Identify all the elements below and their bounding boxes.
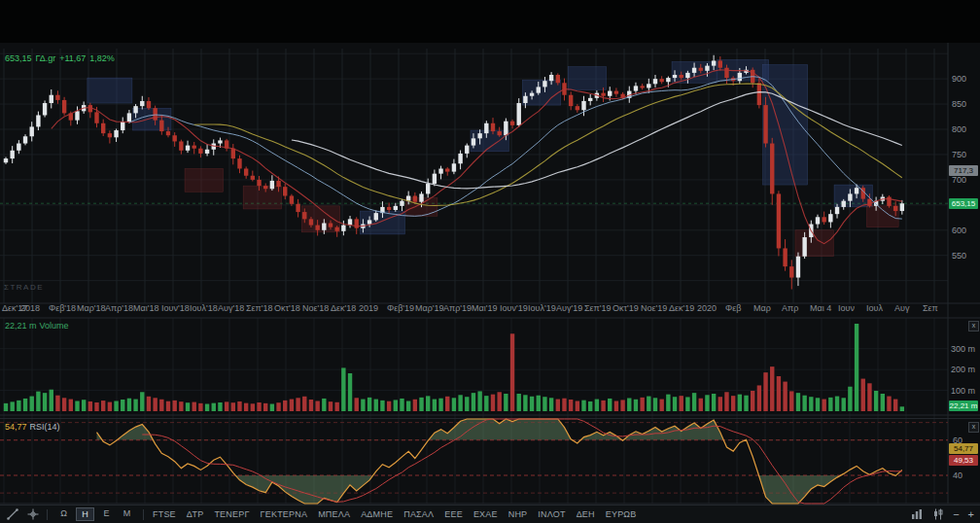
bar-chart-style-icon[interactable] [910,508,923,521]
ticker-button[interactable]: ΑΔΜΗΕ [360,509,394,519]
price-mark-badge: 717,3 [949,165,978,176]
svg-text:100 m: 100 m [951,386,975,396]
period-button-Η[interactable]: Η [76,507,94,521]
svg-text:900: 900 [952,74,966,84]
top-strip [0,0,980,43]
trading-platform-window: 900850800750700650600550300 m200 m100 m6… [0,0,980,523]
change-pct-text: 1,82% [89,53,115,63]
chart-canvas[interactable]: 900850800750700650600550300 m200 m100 m6… [0,0,980,523]
svg-text:Μαρ'18: Μαρ'18 [77,303,106,313]
ticker-button[interactable]: ΓΕΚΤΕΡΝΑ [260,509,309,519]
svg-text:Φεβ'19: Φεβ'19 [387,303,414,313]
svg-text:Σεπ'18: Σεπ'18 [246,303,273,313]
svg-text:Νοε'19: Νοε'19 [641,303,667,313]
period-button-Ω[interactable]: Ω [55,507,72,521]
volume-label-text: Volume [40,321,69,331]
svg-text:Ιουν'19: Ιουν'19 [500,303,528,313]
ticker-button[interactable]: ΕΧΑΕ [472,509,499,519]
ticker-button[interactable]: ΙΝΛΟΤ [537,509,566,519]
zoom-out-button[interactable]: − [953,509,959,520]
ticker-button[interactable]: ΜΠΕΛΑ [317,509,351,519]
svg-text:550: 550 [952,251,966,261]
svg-text:Μαι 4: Μαι 4 [810,303,831,313]
ticker-button[interactable]: ΕΥΡΩΒ [605,509,638,519]
rsi-legend: 54,77RSI(14) [5,422,60,432]
period-button-group: ΩΗΕΜ [55,507,135,521]
svg-text:Απρ'19: Απρ'19 [443,303,472,313]
svg-text:Μαι'18: Μαι'18 [133,303,158,313]
svg-text:Ιουλ'18: Ιουλ'18 [190,303,218,313]
svg-text:Απρ'18: Απρ'18 [105,303,133,313]
svg-text:800: 800 [952,124,966,134]
volume-panel-close-button[interactable]: x [968,321,979,331]
svg-text:Μαρ'19: Μαρ'19 [415,303,444,313]
svg-text:700: 700 [952,175,966,185]
svg-text:Αυγ'19: Αυγ'19 [556,303,582,313]
svg-text:Οκτ'19: Οκτ'19 [612,303,639,313]
volume-axis-labels: 300 m200 m100 m [951,344,975,396]
svg-text:750: 750 [952,150,966,159]
platform-watermark: ΣTRADE [4,283,44,292]
time-axis-labels: Δεκ'172018Φεβ'18Μαρ'18Απρ'18Μαι'18Ιουν'1… [2,303,938,313]
svg-text:Σεπ: Σεπ [923,303,938,313]
ticker-button[interactable]: ΝΗΡ [508,509,529,519]
svg-text:Αυγ: Αυγ [894,303,910,313]
svg-text:2020: 2020 [697,303,717,313]
svg-text:40: 40 [953,471,962,480]
volume-legend: 22,21 mVolume [5,321,72,331]
svg-text:300 m: 300 m [951,344,975,354]
toolbar-separator [47,509,48,520]
svg-text:850: 850 [952,99,966,109]
ticker-button[interactable]: FTSE [152,509,177,519]
ticker-button[interactable]: ΠΑΣΑΛ [402,509,435,519]
svg-text:600: 600 [952,226,966,235]
svg-text:Απρ: Απρ [782,303,798,313]
toolbar-right-group: − + [910,508,974,521]
toolbar-separator [143,509,144,520]
svg-text:200 m: 200 m [951,365,975,374]
svg-text:Οκτ'18: Οκτ'18 [274,303,300,313]
volume-value-text: 22,21 m [5,321,37,331]
rsi-value-badge: 54,77 [949,443,978,454]
svg-text:2018: 2018 [20,303,40,313]
candlestick-style-icon[interactable] [931,508,944,521]
rsi-panel-close-button[interactable]: x [968,422,979,433]
volume-badge: 22,21 m [949,401,978,411]
svg-text:Μαρ: Μαρ [753,303,771,313]
last-price-badge: 653,15 [949,198,978,209]
change-text: +11,67 [59,53,86,63]
ticker-button[interactable]: ΔΕΗ [576,509,596,519]
ticker-button[interactable]: ΤΕΝΕΡΓ [213,509,250,519]
svg-text:Ιουλ'19: Ιουλ'19 [528,303,556,313]
zoom-in-button[interactable]: + [968,509,974,520]
symbol-text: ΓΔ.gr [36,53,56,63]
svg-text:Φεβ: Φεβ [725,303,741,313]
svg-text:Αυγ'18: Αυγ'18 [218,303,244,313]
svg-text:Μαι'19: Μαι'19 [472,303,497,313]
rsi-label-text: RSI(14) [30,422,60,432]
bottom-toolbar: ΩΗΕΜ FTSEΔΤΡΤΕΝΕΡΓΓΕΚΤΕΡΝΑΜΠΕΛΑΑΔΜΗΕΠΑΣΑ… [0,505,980,523]
ticker-button[interactable]: ΔΤΡ [186,509,205,519]
svg-text:Δεκ'18: Δεκ'18 [331,303,356,313]
ticker-button-group: FTSEΔΤΡΤΕΝΕΡΓΓΕΚΤΕΡΝΑΜΠΕΛΑΑΔΜΗΕΠΑΣΑΛΕΕΕΕ… [152,509,638,519]
svg-text:Δεκ'19: Δεκ'19 [669,303,694,313]
svg-text:Φεβ'18: Φεβ'18 [49,303,76,313]
crosshair-tool-icon[interactable] [26,508,39,521]
svg-text:2019: 2019 [359,303,378,313]
trendline-tool-icon[interactable] [6,508,18,521]
period-button-Μ[interactable]: Μ [119,507,135,521]
last-price-text: 653,15 [5,53,32,63]
svg-text:Ιουν: Ιουν [838,303,855,313]
symbol-legend: 653,15ΓΔ.gr+11,671,82% [5,53,119,63]
ticker-button[interactable]: ΕΕΕ [443,509,464,519]
svg-text:Νοε'18: Νοε'18 [302,303,329,313]
rsi-signal-badge: 49,53 [949,455,978,466]
svg-text:Σεπ'19: Σεπ'19 [584,303,612,313]
period-button-Ε[interactable]: Ε [98,507,115,521]
rsi-value-text: 54,77 [5,422,27,432]
svg-text:Ιουλ: Ιουλ [866,303,883,313]
svg-text:Ιουν'18: Ιουν'18 [161,303,190,313]
